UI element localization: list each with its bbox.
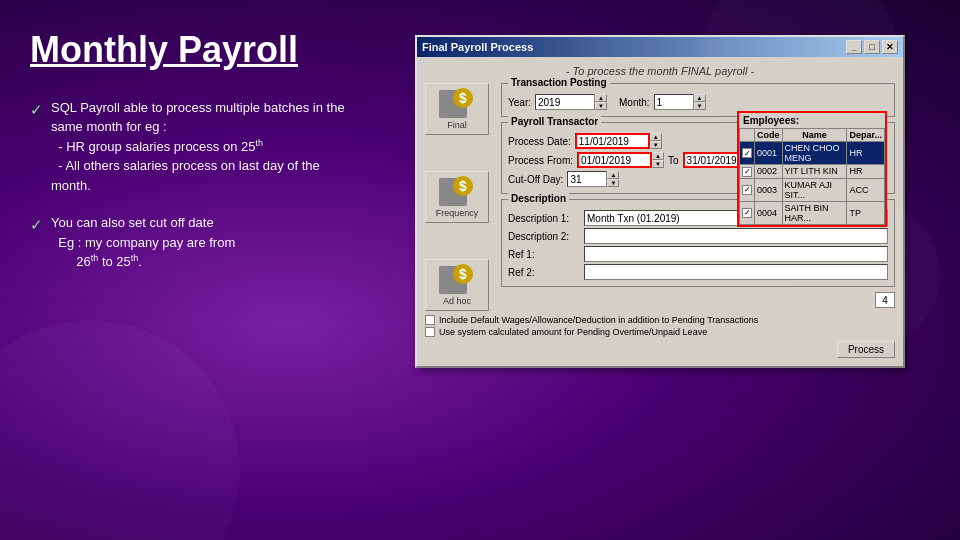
cutoff-down-btn[interactable]: ▼ — [607, 179, 619, 187]
emp-check-4[interactable] — [740, 201, 755, 224]
adhoc-icon-graphic: $ — [439, 264, 475, 296]
process-to-label: To — [668, 155, 679, 166]
maximize-button[interactable]: □ — [864, 40, 880, 54]
checkbox-section: Include Default Wages/Allowance/Deductio… — [425, 315, 895, 358]
ref2-row: Ref 2: — [508, 264, 888, 280]
checkbox-row-1: Include Default Wages/Allowance/Deductio… — [425, 315, 895, 325]
frequency-icon-graphic: $ — [439, 176, 475, 208]
bullet-text-2: You can also set cut off date Eg : my co… — [51, 213, 360, 272]
emp-row-4[interactable]: 0004 SAITH BIN HAR... TP — [740, 201, 885, 224]
footer-row: 4 — [501, 292, 895, 308]
desc1-label: Description 1: — [508, 213, 580, 224]
emp-name-1: CHEN CHOO MENG — [782, 142, 847, 165]
year-month-row: Year: ▲ ▼ Month: — [508, 94, 888, 110]
emp-row-3[interactable]: 0003 KUMAR AJI SIT... ACC — [740, 178, 885, 201]
cutoff-up-btn[interactable]: ▲ — [607, 171, 619, 179]
minimize-button[interactable]: _ — [846, 40, 862, 54]
year-up-btn[interactable]: ▲ — [595, 94, 607, 102]
payroll-transactor-legend: Payroll Transactor — [508, 116, 601, 127]
month-label: Month: — [619, 97, 650, 108]
desc2-input[interactable] — [584, 228, 888, 244]
cutoff-spinner: ▲ ▼ — [567, 171, 619, 187]
bullet-item-2: ✓ You can also set cut off date Eg : my … — [30, 213, 360, 272]
emp-code-3: 0003 — [755, 178, 783, 201]
adhoc-btn-label: Ad hoc — [443, 296, 471, 306]
process-date-spinner: ▲ ▼ — [575, 133, 662, 149]
left-panel: Monthly Payroll ✓ SQL Payroll able to pr… — [30, 30, 360, 520]
emp-row-1[interactable]: 0001 CHEN CHOO MENG HR — [740, 142, 885, 165]
checkbox-3[interactable] — [742, 185, 752, 195]
dialog-body: - To process the month FINAL payroll - $… — [417, 57, 903, 366]
year-spinner-buttons: ▲ ▼ — [595, 94, 607, 110]
dialog-titlebar: Final Payroll Process _ □ ✕ — [417, 37, 903, 57]
cutoff-input[interactable] — [567, 171, 607, 187]
emp-dept-4: TP — [847, 201, 885, 224]
ref1-row: Ref 1: — [508, 246, 888, 262]
checkbox-2[interactable] — [742, 167, 752, 177]
emp-code-1: 0001 — [755, 142, 783, 165]
process-date-spinner-btns: ▲ ▼ — [650, 133, 662, 149]
year-input[interactable] — [535, 94, 595, 110]
process-date-label: Process Date: — [508, 136, 571, 147]
checkmark-2: ✓ — [30, 214, 43, 237]
month-spinner: ▲ ▼ — [654, 94, 706, 110]
ref1-label: Ref 1: — [508, 249, 580, 260]
emp-dept-3: ACC — [847, 178, 885, 201]
page-title: Monthly Payroll — [30, 30, 360, 70]
process-from-down-btn[interactable]: ▼ — [652, 160, 664, 168]
process-date-up-btn[interactable]: ▲ — [650, 133, 662, 141]
month-input[interactable] — [654, 94, 694, 110]
use-system-label: Use system calculated amount for Pending… — [439, 327, 707, 337]
col-dept: Depar... — [847, 129, 885, 142]
titlebar-buttons: _ □ ✕ — [846, 40, 898, 54]
emp-check-3[interactable] — [740, 178, 755, 201]
month-spinner-buttons: ▲ ▼ — [694, 94, 706, 110]
close-button[interactable]: ✕ — [882, 40, 898, 54]
ref2-label: Ref 2: — [508, 267, 580, 278]
process-button[interactable]: Process — [837, 341, 895, 358]
checkbox-1[interactable] — [742, 148, 752, 158]
ref1-input[interactable] — [584, 246, 888, 262]
month-down-btn[interactable]: ▼ — [694, 102, 706, 110]
emp-row-2[interactable]: 0002 YIT LITH KIN HR — [740, 165, 885, 179]
include-default-label: Include Default Wages/Allowance/Deductio… — [439, 315, 758, 325]
emp-code-4: 0004 — [755, 201, 783, 224]
process-from-label: Process From: — [508, 155, 573, 166]
year-down-btn[interactable]: ▼ — [595, 102, 607, 110]
emp-dept-2: HR — [847, 165, 885, 179]
process-date-input[interactable] — [575, 133, 650, 149]
col-code: Code — [755, 129, 783, 142]
adhoc-dollar-circle: $ — [453, 264, 473, 284]
emp-check-1[interactable] — [740, 142, 755, 165]
employees-legend: Employees: — [739, 113, 885, 128]
emp-table-body: 0001 CHEN CHOO MENG HR 0002 YIT LITH KIN… — [740, 142, 885, 225]
checkbox-4[interactable] — [742, 208, 752, 218]
frequency-icon-btn[interactable]: $ Frequency — [425, 171, 489, 223]
dialog-title: Final Payroll Process — [422, 41, 533, 53]
final-icon-btn[interactable]: $ Final — [425, 83, 489, 135]
final-icon-graphic: $ — [439, 88, 475, 120]
process-date-down-btn[interactable]: ▼ — [650, 141, 662, 149]
emp-table-header: Code Name Depar... — [740, 129, 885, 142]
adhoc-icon-btn[interactable]: $ Ad hoc — [425, 259, 489, 311]
process-from-up-btn[interactable]: ▲ — [652, 152, 664, 160]
dollar-circle: $ — [453, 88, 473, 108]
year-label: Year: — [508, 97, 531, 108]
ref2-input[interactable] — [584, 264, 888, 280]
cutoff-label: Cut-Off Day: — [508, 174, 563, 185]
cutoff-spinner-btns: ▲ ▼ — [607, 171, 619, 187]
emp-name-2: YIT LITH KIN — [782, 165, 847, 179]
checkbox-row-2: Use system calculated amount for Pending… — [425, 327, 895, 337]
checkmark-1: ✓ — [30, 99, 43, 122]
process-from-input[interactable] — [577, 152, 652, 168]
emp-name-4: SAITH BIN HAR... — [782, 201, 847, 224]
include-default-checkbox[interactable] — [425, 315, 435, 325]
icon-panel: $ Final $ Frequency — [425, 83, 493, 311]
col-check — [740, 129, 755, 142]
emp-check-2[interactable] — [740, 165, 755, 179]
emp-name-3: KUMAR AJI SIT... — [782, 178, 847, 201]
employees-table: Code Name Depar... 0001 CHEN CHOO MENG — [739, 128, 885, 225]
use-system-checkbox[interactable] — [425, 327, 435, 337]
month-up-btn[interactable]: ▲ — [694, 94, 706, 102]
bullet-text-1: SQL Payroll able to process multiple bat… — [51, 98, 360, 196]
